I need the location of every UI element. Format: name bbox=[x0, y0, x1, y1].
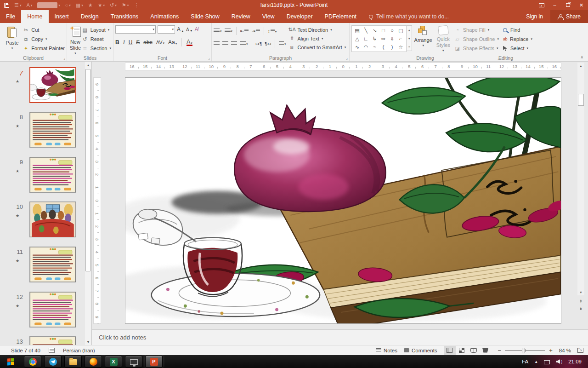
shape-triangle[interactable]: △ bbox=[353, 34, 362, 43]
qat-star-dropdown-icon[interactable]: ★▾ bbox=[98, 3, 105, 8]
font-button-av[interactable]: AV▾ bbox=[156, 40, 164, 45]
find-button[interactable]: Find bbox=[503, 26, 532, 34]
shape-right-arrow[interactable]: ⇨ bbox=[379, 34, 388, 43]
layout-button[interactable]: ▤Layout▾ bbox=[82, 26, 111, 34]
shapes-gallery-scroll[interactable]: ▲▼≡ bbox=[407, 25, 412, 51]
font-dialog-launcher[interactable]: ⌟ bbox=[208, 56, 210, 60]
align-center-button[interactable] bbox=[222, 41, 228, 46]
tab-developer[interactable]: Developer bbox=[281, 10, 319, 23]
reading-view-button[interactable] bbox=[468, 346, 480, 355]
paragraph-dialog-launcher[interactable]: ⌟ bbox=[346, 56, 348, 60]
tab-view[interactable]: View bbox=[256, 10, 281, 23]
shape-line[interactable]: ╲ bbox=[362, 26, 370, 34]
align-text-button[interactable]: ⇳Align Text▾ bbox=[289, 35, 346, 42]
notes-toggle[interactable]: Notes bbox=[376, 348, 397, 353]
scroll-down-button[interactable]: ▼ bbox=[577, 289, 584, 295]
line-spacing-button[interactable]: ↕▾ bbox=[268, 29, 277, 34]
slide-sorter-button[interactable] bbox=[456, 346, 468, 355]
clear-formatting-button[interactable]: A̸ bbox=[195, 26, 198, 33]
tab-file[interactable]: File bbox=[0, 10, 21, 23]
copy-button[interactable]: ⧉Copy▾ bbox=[23, 35, 65, 43]
font-size-combo[interactable]: ▾ bbox=[158, 25, 175, 34]
slide-thumbnail-13[interactable]: 13★ bbox=[0, 336, 85, 345]
slide-thumbnail-image[interactable] bbox=[29, 247, 76, 282]
ribbon-display-options-button[interactable] bbox=[535, 0, 548, 10]
qat-save-icon[interactable] bbox=[4, 3, 9, 8]
increase-indent-button[interactable]: ⇥ bbox=[251, 29, 260, 34]
slide-thumbnail-8[interactable]: 8★ bbox=[0, 112, 85, 148]
reset-button[interactable]: ↺Reset bbox=[82, 35, 111, 43]
tab-review[interactable]: Review bbox=[226, 10, 256, 23]
taskbar-chrome-app[interactable] bbox=[24, 356, 41, 368]
qat-undo-icon[interactable]: ↺▾ bbox=[110, 3, 117, 8]
align-right-button[interactable] bbox=[231, 41, 237, 46]
restore-button[interactable] bbox=[561, 0, 575, 10]
convert-smartart-button[interactable]: ⧈Convert to SmartArt▾ bbox=[289, 44, 346, 51]
slide-thumbnail-11[interactable]: 11★ bbox=[0, 247, 85, 282]
sign-in-button[interactable]: Sign in bbox=[519, 10, 550, 23]
collapse-ribbon-button[interactable]: ∧ bbox=[580, 55, 583, 59]
shape-curve[interactable]: ~ bbox=[370, 43, 379, 51]
language-indicator[interactable]: Persian (Iran) bbox=[63, 348, 95, 353]
slide-thumbnail-12[interactable]: 12★ bbox=[0, 292, 85, 328]
slide-indicator[interactable]: Slide 7 of 40 bbox=[11, 348, 40, 353]
replace-button[interactable]: abReplace▾ bbox=[503, 35, 532, 43]
shape-scribble[interactable]: ∿ bbox=[353, 43, 362, 51]
shape-corner-shape[interactable]: ⌐ bbox=[396, 34, 405, 43]
scrollbar-thumb[interactable] bbox=[578, 94, 584, 106]
quick-styles-button[interactable]: Quick Styles▾ bbox=[434, 25, 452, 53]
slide-thumbnail-image[interactable] bbox=[29, 157, 76, 193]
arrange-button[interactable]: Arrange▾ bbox=[412, 25, 434, 48]
shape-right-bracket[interactable]: ) bbox=[388, 43, 396, 51]
font-button-b[interactable]: B bbox=[115, 39, 119, 46]
slide-thumbnail-image[interactable] bbox=[29, 112, 76, 148]
qat-shape-icon[interactable]: ◌▾ bbox=[65, 3, 71, 8]
zoom-in-button[interactable]: + bbox=[549, 347, 553, 354]
slide-thumbnail-image[interactable] bbox=[29, 292, 76, 328]
panel-scroll-thumb[interactable] bbox=[85, 69, 90, 271]
shape-rounded-rectangle[interactable]: ▢ bbox=[396, 26, 405, 34]
font-button-s[interactable]: S bbox=[136, 39, 140, 46]
new-slide-button[interactable]: New Slide▾ bbox=[69, 25, 82, 56]
slide-thumbnail-image[interactable] bbox=[29, 201, 76, 237]
share-button[interactable]: Share bbox=[550, 10, 588, 23]
font-button-a[interactable]: A▾ bbox=[187, 39, 192, 46]
hidden-icons-chevron[interactable]: ▲ bbox=[534, 360, 538, 364]
network-icon[interactable] bbox=[544, 360, 550, 364]
cut-button[interactable]: ✂Cut bbox=[23, 26, 65, 34]
shape-left-bracket[interactable]: ( bbox=[379, 43, 388, 51]
panel-scroll-up[interactable]: ▲ bbox=[85, 62, 91, 68]
tab-home[interactable]: Home bbox=[21, 10, 48, 23]
shape-elbow-connector[interactable]: ∟ bbox=[362, 34, 370, 43]
font-button-i[interactable]: I bbox=[123, 39, 125, 46]
spell-check-icon[interactable] bbox=[49, 348, 55, 353]
format-painter-button[interactable]: ✦Format Painter bbox=[23, 45, 65, 52]
normal-view-button[interactable] bbox=[444, 346, 456, 355]
align-left-button[interactable] bbox=[214, 41, 220, 46]
font-button-u[interactable]: U bbox=[129, 39, 133, 46]
taskbar-display-app[interactable] bbox=[125, 356, 142, 368]
tab-animations[interactable]: Animations bbox=[144, 10, 185, 23]
select-button[interactable]: Select▾ bbox=[503, 45, 532, 52]
slide-thumbnail-10[interactable]: 10★ bbox=[0, 201, 85, 237]
taskbar-firefox-app[interactable] bbox=[85, 356, 102, 368]
bullets-button[interactable]: ▾ bbox=[214, 29, 222, 33]
zoom-level[interactable]: 84 % bbox=[559, 348, 571, 353]
font-button-abc[interactable]: abc bbox=[143, 39, 152, 46]
tab-transitions[interactable]: Transitions bbox=[105, 10, 145, 23]
taskbar-powerpoint-app[interactable]: P bbox=[145, 356, 163, 368]
slide-thumbnail-9[interactable]: 9★ bbox=[0, 157, 85, 193]
decrease-indent-button[interactable]: ⇤ bbox=[240, 29, 249, 34]
qat-star-icon[interactable]: ★ bbox=[88, 3, 93, 8]
qat-customize-list-icon[interactable]: ☰▾ bbox=[14, 3, 21, 8]
close-button[interactable]: ✕ bbox=[575, 0, 588, 10]
increase-font-button[interactable]: A▲ bbox=[177, 26, 184, 33]
justify-button[interactable]: ▾ bbox=[240, 41, 248, 46]
qat-flag-icon[interactable]: ⚑▾ bbox=[122, 3, 129, 8]
clock[interactable]: 21:09 bbox=[568, 359, 582, 364]
slideshow-button[interactable] bbox=[480, 346, 492, 355]
scroll-up-button[interactable]: ▲ bbox=[577, 63, 584, 69]
zoom-slider[interactable] bbox=[505, 350, 545, 351]
shape-down-arrow[interactable]: ⇩ bbox=[388, 34, 396, 43]
font-name-combo[interactable]: ▾ bbox=[115, 25, 156, 34]
